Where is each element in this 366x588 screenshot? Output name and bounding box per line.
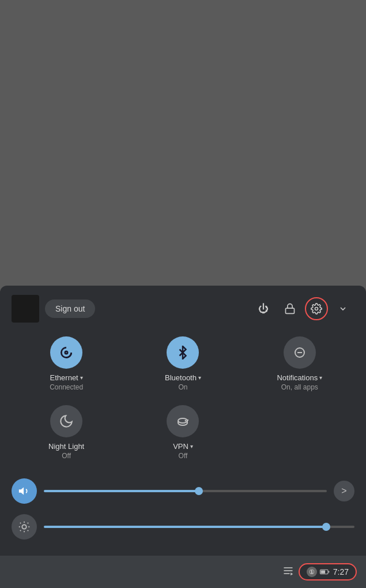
tile-bluetooth[interactable]: Bluetooth ▾ On	[128, 336, 237, 391]
tile-night-light[interactable]: Night Light Off	[12, 405, 121, 460]
header-icons: ⏻	[252, 297, 354, 320]
night-light-icon	[50, 405, 82, 437]
vpn-subtitle: Off	[173, 452, 193, 460]
brightness-icon-button[interactable]	[12, 514, 37, 540]
tile-ethernet[interactable]: Ethernet ▾ Connected	[12, 336, 121, 391]
alert-icon: ①	[307, 567, 317, 577]
ethernet-chevron: ▾	[80, 374, 83, 381]
vpn-chevron: ▾	[190, 443, 193, 450]
night-light-title: Night Light	[48, 442, 84, 451]
svg-rect-0	[286, 308, 295, 313]
volume-expand-button[interactable]: >	[334, 481, 354, 501]
notifications-title: Notifications ▾	[277, 373, 322, 382]
tray-icons: ①	[307, 567, 330, 577]
tile-vpn[interactable]: VPN ▾ Off	[128, 405, 237, 460]
bluetooth-chevron: ▾	[198, 374, 201, 381]
playlist-icon[interactable]	[282, 565, 294, 579]
spacer	[0, 0, 366, 286]
tile-notifications[interactable]: Notifications ▾ On, all apps	[245, 336, 354, 391]
tiles-grid-row2: Night Light Off VPN	[12, 405, 354, 460]
brightness-slider-row	[12, 514, 354, 540]
bluetooth-icon	[167, 336, 199, 369]
sign-out-button[interactable]: Sign out	[45, 299, 95, 318]
ethernet-label: Ethernet ▾ Connected	[50, 373, 83, 391]
notifications-label: Notifications ▾ On, all apps	[277, 373, 322, 391]
ethernet-icon	[50, 336, 82, 369]
avatar	[12, 295, 39, 323]
settings-button[interactable]	[305, 297, 328, 320]
ethernet-subtitle: Connected	[50, 383, 83, 391]
bluetooth-subtitle: On	[165, 383, 201, 391]
quick-settings-panel: Sign out ⏻	[0, 286, 366, 556]
panel-wrapper: Sign out ⏻	[0, 0, 366, 588]
tiles-grid-row1: Ethernet ▾ Connected Bluetooth ▾	[12, 336, 354, 391]
night-light-label: Night Light Off	[48, 442, 84, 460]
svg-rect-23	[320, 570, 325, 573]
notifications-icon	[284, 336, 316, 369]
brightness-slider[interactable]	[44, 526, 354, 528]
svg-line-13	[28, 530, 28, 531]
bluetooth-label: Bluetooth ▾ On	[165, 373, 201, 391]
svg-marker-8	[19, 488, 24, 495]
system-tray[interactable]: ① 7:27	[299, 563, 357, 580]
svg-marker-21	[290, 572, 293, 575]
sliders-section: >	[12, 478, 354, 540]
svg-line-12	[20, 523, 21, 523]
lock-button[interactable]	[278, 297, 301, 320]
volume-slider-row: >	[12, 478, 354, 504]
battery-icon	[319, 567, 330, 577]
notifications-chevron: ▾	[319, 374, 322, 381]
svg-point-2	[65, 351, 67, 354]
svg-point-6	[185, 420, 187, 422]
avatar-block: Sign out	[12, 295, 95, 323]
vpn-icon	[167, 405, 199, 437]
power-button[interactable]: ⏻	[252, 297, 275, 320]
volume-slider[interactable]	[44, 490, 327, 492]
taskbar: ① 7:27	[0, 556, 366, 588]
ethernet-title: Ethernet ▾	[50, 373, 83, 382]
notifications-subtitle: On, all apps	[277, 383, 322, 391]
svg-line-17	[28, 523, 28, 523]
collapse-button[interactable]	[331, 297, 354, 320]
svg-line-16	[20, 530, 21, 531]
volume-icon-button[interactable]	[12, 478, 37, 504]
vpn-title: VPN ▾	[173, 442, 193, 451]
svg-point-9	[22, 525, 26, 529]
bluetooth-title: Bluetooth ▾	[165, 373, 201, 382]
clock-time: 7:27	[333, 567, 349, 576]
svg-point-1	[315, 308, 318, 310]
vpn-label: VPN ▾ Off	[173, 442, 193, 460]
header-row: Sign out ⏻	[12, 295, 354, 323]
night-light-subtitle: Off	[48, 452, 84, 460]
